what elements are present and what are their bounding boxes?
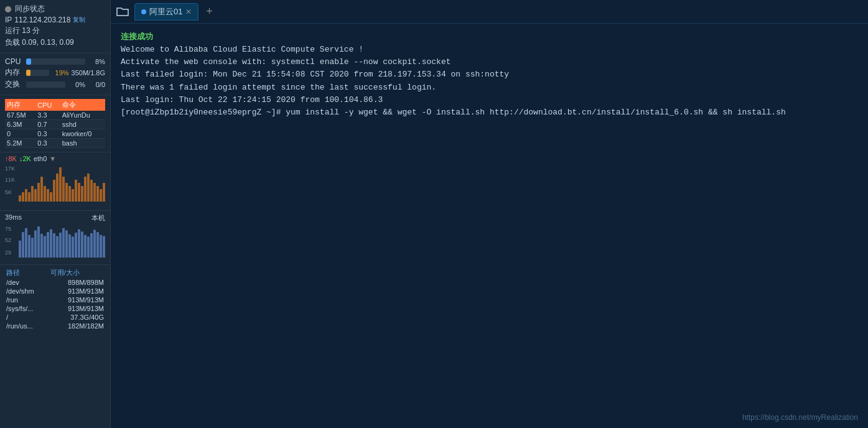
sync-label: 同步状态 xyxy=(15,4,45,14)
svg-rect-59 xyxy=(90,233,93,258)
svg-rect-11 xyxy=(44,186,46,202)
net-interface-label: eth0 xyxy=(34,155,47,162)
disk-row: /sys/fs/...913M/913M xyxy=(5,304,105,313)
svg-rect-42 xyxy=(37,226,40,258)
proc-mem: 67.5M xyxy=(5,111,35,120)
svg-rect-17 xyxy=(62,177,65,202)
net-down-label: ↓2K xyxy=(19,155,31,162)
svg-rect-10 xyxy=(40,177,43,202)
disk-path: /sys/fs/... xyxy=(5,304,49,313)
svg-rect-40 xyxy=(31,238,34,258)
svg-rect-51 xyxy=(65,230,68,258)
lat-location: 本机 xyxy=(91,213,105,223)
load-label: 负载 0.09, 0.13, 0.09 xyxy=(5,37,105,48)
svg-text:11K: 11K xyxy=(5,177,15,183)
mem-detail: 350M/1.8G xyxy=(72,69,105,77)
disk-path: /dev xyxy=(5,278,49,287)
svg-rect-18 xyxy=(65,183,68,202)
process-row: 6.3M0.7sshd xyxy=(5,120,105,129)
process-row: 00.3kworker/0 xyxy=(5,129,105,139)
svg-rect-14 xyxy=(53,180,55,202)
ip-address: 112.124.203.218 xyxy=(14,16,70,24)
disk-row: /37.3G/40G xyxy=(5,313,105,322)
svg-rect-63 xyxy=(103,236,105,258)
svg-rect-5 xyxy=(25,189,27,202)
svg-rect-25 xyxy=(87,174,90,202)
terminal-lines: Welcome to Alibaba Cloud Elastic Compute… xyxy=(121,44,858,119)
tab-add-button[interactable]: + xyxy=(201,4,217,20)
process-row: 67.5M3.3AliYunDu xyxy=(5,111,105,120)
svg-rect-37 xyxy=(22,232,24,258)
svg-rect-41 xyxy=(34,230,37,258)
svg-rect-56 xyxy=(81,231,83,258)
terminal-line: There was 1 failed login attempt since t… xyxy=(121,81,858,94)
svg-rect-50 xyxy=(62,228,65,258)
proc-mem: 6.3M xyxy=(5,120,35,129)
svg-rect-12 xyxy=(47,189,49,202)
lat-label: 39ms xyxy=(5,213,22,223)
disk-header-path: 路径 xyxy=(5,268,49,278)
svg-rect-46 xyxy=(50,230,52,258)
svg-rect-45 xyxy=(47,232,49,258)
cpu-label: CPU xyxy=(5,57,24,66)
svg-rect-54 xyxy=(75,233,77,258)
disk-section: 路径 可用/大小 /dev898M/898M/dev/shm913M/913M/… xyxy=(0,265,110,428)
svg-rect-6 xyxy=(28,192,30,202)
disk-size: 37.3G/40G xyxy=(49,313,105,322)
svg-rect-53 xyxy=(72,236,74,258)
svg-rect-26 xyxy=(90,180,93,202)
svg-rect-39 xyxy=(28,235,30,258)
cpu-value: 8% xyxy=(88,58,105,65)
disk-size: 913M/913M xyxy=(49,304,105,313)
disk-path: /dev/shm xyxy=(5,287,49,295)
disk-row: /run/us...182M/182M xyxy=(5,322,105,330)
svg-rect-36 xyxy=(19,241,21,258)
disk-header-size: 可用/大小 xyxy=(49,268,105,278)
folder-button[interactable] xyxy=(113,3,132,21)
mem-bar-wrap xyxy=(26,70,49,76)
net-dropdown-icon[interactable]: ▼ xyxy=(49,155,56,162)
tab-label-1: 阿里云01 xyxy=(149,6,182,17)
network-chart-svg: 17K 11K 5K xyxy=(5,164,106,207)
terminal-line: Last failed login: Mon Dec 21 15:54:08 C… xyxy=(121,68,858,81)
svg-text:5K: 5K xyxy=(5,189,12,195)
svg-rect-7 xyxy=(31,186,34,202)
svg-rect-58 xyxy=(87,236,90,258)
runtime-label: 运行 13 分 xyxy=(5,26,105,36)
svg-rect-29 xyxy=(100,189,102,202)
svg-rect-15 xyxy=(56,174,58,202)
proc-header-cmd: 命令 xyxy=(60,99,105,111)
svg-rect-24 xyxy=(84,177,86,202)
swap-detail: 0/0 xyxy=(88,81,105,88)
latency-chart: 75 52 29 xyxy=(5,225,105,262)
proc-cpu: 0.7 xyxy=(35,120,60,129)
sidebar: 同步状态 IP 112.124.203.218 复制 运行 13 分 负载 0.… xyxy=(0,0,111,428)
tab-item-1[interactable]: 阿里云01 ✕ xyxy=(134,3,198,21)
cpu-section: CPU 8% 内存 19% 350M/1.8G 交换 0% 0/0 xyxy=(0,54,110,95)
disk-row: /dev/shm913M/913M xyxy=(5,287,105,295)
svg-text:17K: 17K xyxy=(5,165,15,172)
svg-text:75: 75 xyxy=(5,226,11,232)
disk-size: 182M/182M xyxy=(49,322,105,330)
svg-rect-3 xyxy=(19,195,21,202)
main-area: 阿里云01 ✕ + 连接成功 Welcome to Alibaba Cloud … xyxy=(111,0,868,428)
svg-rect-47 xyxy=(53,233,55,258)
terminal-line: [root@iZbp1b2iy0neesie59eprgZ ~]# yum in… xyxy=(121,106,858,119)
process-row: 5.2M0.3bash xyxy=(5,139,105,148)
tab-active-dot xyxy=(141,9,146,14)
sync-dot xyxy=(5,6,11,12)
terminal[interactable]: 连接成功 Welcome to Alibaba Cloud Elastic Co… xyxy=(111,24,868,428)
copy-ip-button[interactable]: 复制 xyxy=(73,16,85,24)
watermark: https://blog.csdn.net/myRealization xyxy=(742,413,858,422)
mem-bar-fill xyxy=(26,70,30,76)
svg-rect-13 xyxy=(50,192,52,202)
proc-cpu: 0.3 xyxy=(35,129,60,139)
terminal-line: Last login: Thu Oct 22 17:24:15 2020 fro… xyxy=(121,94,858,106)
proc-cpu: 0.3 xyxy=(35,139,60,148)
tab-close-button[interactable]: ✕ xyxy=(185,7,192,16)
ip-label: IP xyxy=(5,16,12,24)
cpu-bar-wrap xyxy=(26,58,85,65)
swap-label: 交换 xyxy=(5,79,24,90)
swap-value: 0% xyxy=(68,81,85,88)
svg-rect-48 xyxy=(56,236,58,258)
